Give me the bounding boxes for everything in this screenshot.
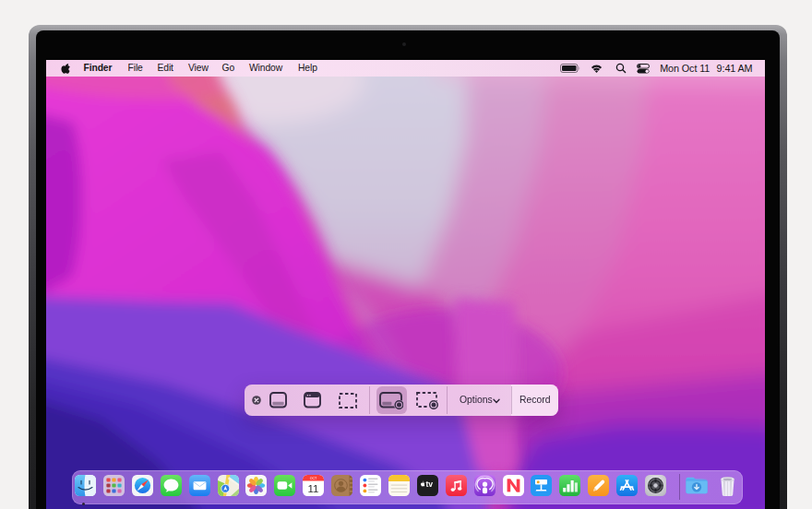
svg-text:tv: tv [425,479,433,489]
svg-text:11: 11 [308,483,319,494]
svg-text:OCT: OCT [310,477,317,480]
